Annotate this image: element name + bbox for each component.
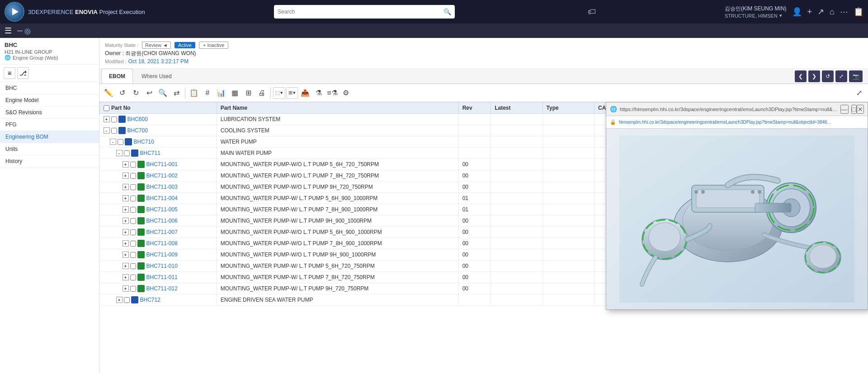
- part-number-link[interactable]: BHC711-010: [146, 263, 178, 269]
- row-checkbox[interactable]: [130, 252, 136, 258]
- expand-collapse-btn[interactable]: +: [123, 263, 129, 269]
- part-number-link[interactable]: BHC700: [127, 127, 148, 134]
- sidebar-web-link[interactable]: 🌐 Engine Group (Web): [5, 55, 94, 61]
- tab-where-used[interactable]: Where Used: [134, 69, 179, 84]
- search-toolbar-btn[interactable]: 🔍: [156, 87, 169, 99]
- expand-collapse-btn[interactable]: -: [104, 127, 110, 134]
- expand-collapse-btn[interactable]: +: [123, 240, 129, 247]
- list-filter-btn[interactable]: ≡⚗: [326, 87, 339, 99]
- part-number-link[interactable]: BHC711-006: [146, 218, 178, 224]
- sidebar-item-bhc[interactable]: BHC: [0, 82, 99, 94]
- expand-collapse-btn[interactable]: +: [123, 252, 129, 258]
- refresh-btn[interactable]: ↺: [822, 70, 834, 82]
- part-number-link[interactable]: BHC600: [127, 116, 148, 122]
- sidebar-list-view-btn[interactable]: ≡: [4, 67, 15, 79]
- sidebar-item-pfg[interactable]: PFG: [0, 119, 99, 131]
- col-header-rev[interactable]: Rev: [458, 103, 491, 114]
- part-number-link[interactable]: BHC711-011: [146, 274, 178, 280]
- view-dropdown[interactable]: ⬚▾: [273, 87, 285, 99]
- part-number-link[interactable]: BHC711-003: [146, 184, 178, 190]
- expand-collapse-btn[interactable]: +: [123, 206, 129, 213]
- expand-collapse-btn[interactable]: +: [123, 285, 129, 292]
- tag-icon[interactable]: 🏷: [588, 7, 596, 17]
- row-checkbox[interactable]: [111, 128, 117, 134]
- part-number-link[interactable]: BHC710: [134, 139, 154, 145]
- search-bar[interactable]: 🔍: [274, 5, 455, 19]
- prev-arrow[interactable]: ❮: [795, 70, 807, 82]
- row-checkbox[interactable]: [130, 275, 136, 280]
- fullscreen-btn[interactable]: ⤢: [853, 87, 865, 99]
- add-icon[interactable]: +: [807, 7, 812, 17]
- row-checkbox[interactable]: [130, 263, 136, 269]
- rotate-left-btn[interactable]: ↺: [116, 87, 128, 99]
- search-input[interactable]: [278, 9, 443, 15]
- sidebar-item-engine-model[interactable]: Engine Model: [0, 94, 99, 107]
- part-number-link[interactable]: BHC711-002: [146, 173, 178, 179]
- row-checkbox[interactable]: [130, 196, 136, 201]
- row-checkbox[interactable]: [118, 139, 123, 145]
- rotate-right-btn[interactable]: ↻: [129, 87, 142, 99]
- sidebar-tree-view-btn[interactable]: ⎇: [17, 67, 29, 79]
- next-arrow[interactable]: ❯: [808, 70, 820, 82]
- select-all-checkbox[interactable]: [104, 105, 109, 111]
- chart-btn[interactable]: 📊: [215, 87, 227, 99]
- part-number-link[interactable]: BHC711-007: [146, 229, 178, 235]
- undo-btn[interactable]: ↩: [143, 87, 156, 99]
- hamburger-menu[interactable]: ☰: [5, 26, 12, 36]
- edit-btn[interactable]: ✏️: [102, 87, 115, 99]
- columns-dropdown[interactable]: ⊞▾: [286, 87, 298, 99]
- part-number-link[interactable]: BHC711-005: [146, 206, 178, 213]
- part-number-link[interactable]: BHC712: [140, 297, 160, 303]
- row-checkbox[interactable]: [130, 173, 136, 179]
- col-header-type[interactable]: Type: [542, 103, 594, 114]
- popup-close-btn[interactable]: ✕: [857, 105, 864, 114]
- user-info[interactable]: 김승민(KIM SEUNG MIN) STRUCTURE, HIMSEN ▾: [725, 5, 787, 19]
- expand-collapse-btn[interactable]: +: [116, 297, 123, 303]
- active-badge[interactable]: Active: [175, 42, 195, 48]
- row-checkbox[interactable]: [124, 150, 130, 156]
- part-number-link[interactable]: BHC711: [140, 150, 160, 156]
- hash-btn[interactable]: #: [201, 87, 214, 99]
- print-btn[interactable]: 🖨: [255, 87, 268, 99]
- part-number-link[interactable]: BHC711-004: [146, 195, 178, 201]
- expand-collapse-btn[interactable]: +: [123, 173, 129, 179]
- row-checkbox[interactable]: [111, 117, 117, 122]
- part-number-link[interactable]: BHC711-001: [146, 161, 178, 168]
- col-header-partname[interactable]: Part Name: [217, 103, 458, 114]
- expand-collapse-btn[interactable]: +: [123, 274, 129, 280]
- inactive-badge[interactable]: + Inactive: [199, 42, 228, 49]
- expand-collapse-btn[interactable]: +: [104, 116, 110, 122]
- sidebar-item-so-revisions[interactable]: S&O Revisions: [0, 107, 99, 119]
- expand-collapse-btn[interactable]: +: [123, 184, 129, 190]
- part-number-link[interactable]: BHC711-012: [146, 285, 178, 292]
- copy-btn[interactable]: 📋: [188, 87, 200, 99]
- expand-collapse-btn[interactable]: +: [123, 195, 129, 201]
- replace-btn[interactable]: ⇄: [170, 87, 183, 99]
- expand-btn[interactable]: ⤢: [835, 70, 847, 82]
- sidebar-item-history[interactable]: History: [0, 155, 99, 168]
- row-checkbox[interactable]: [130, 218, 136, 224]
- row-checkbox[interactable]: [124, 297, 130, 303]
- expand-collapse-btn[interactable]: -: [110, 139, 116, 145]
- notifications-icon[interactable]: 📋: [854, 7, 863, 17]
- expand-collapse-btn[interactable]: +: [123, 218, 129, 224]
- home-icon[interactable]: ⌂: [830, 7, 835, 17]
- user-avatar-icon[interactable]: 👤: [792, 7, 802, 17]
- grid-btn[interactable]: ▦: [228, 87, 241, 99]
- share-icon[interactable]: ↗: [817, 7, 824, 17]
- row-checkbox[interactable]: [130, 286, 136, 292]
- more-options-btn[interactable]: ⚙: [340, 87, 352, 99]
- export-btn[interactable]: 📤: [299, 87, 311, 99]
- part-number-link[interactable]: BHC711-009: [146, 252, 178, 258]
- col-header-partno[interactable]: Part No: [100, 103, 217, 114]
- tab-ebom[interactable]: EBOM: [101, 69, 133, 84]
- col-header-latest[interactable]: Latest: [491, 103, 542, 114]
- popup-minimize-btn[interactable]: —: [840, 105, 849, 114]
- row-checkbox[interactable]: [130, 162, 136, 168]
- compass-icon[interactable]: ◎: [24, 27, 31, 35]
- filter-btn[interactable]: ⚗: [312, 87, 325, 99]
- row-checkbox[interactable]: [130, 207, 136, 213]
- popup-restore-btn[interactable]: □: [851, 105, 857, 114]
- part-number-link[interactable]: BHC711-008: [146, 240, 178, 247]
- expand-collapse-btn[interactable]: -: [116, 150, 123, 156]
